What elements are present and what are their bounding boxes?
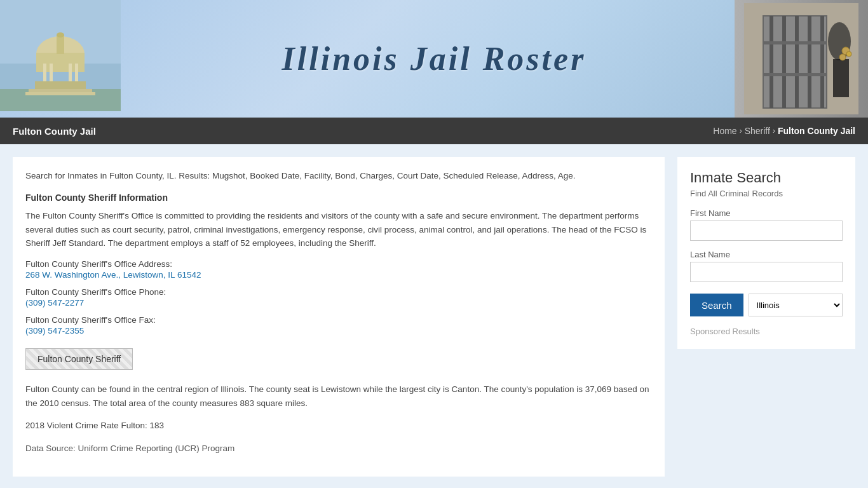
jail-door-svg — [744, 3, 858, 114]
nav-bar: Fulton County Jail Home › Sheriff › Fult… — [0, 118, 868, 144]
breadcrumb-sheriff[interactable]: Sheriff — [745, 126, 770, 136]
search-row: Search IllinoisAlabamaAlaskaArizonaArkan… — [690, 294, 843, 316]
svg-point-28 — [846, 51, 851, 57]
svg-rect-23 — [763, 73, 827, 76]
capitol-svg — [0, 0, 121, 111]
address-label: Fulton County Sheriff's Office Address: — [25, 259, 652, 269]
state-select[interactable]: IllinoisAlabamaAlaskaArizonaArkansasCali… — [749, 294, 843, 316]
capitol-image — [0, 0, 146, 118]
address-block: Fulton County Sheriff's Office Address: … — [25, 259, 652, 280]
breadcrumb-current: Fulton County Jail — [778, 126, 855, 136]
content-left: Search for Inmates in Fulton County, IL.… — [13, 157, 665, 477]
crime-rate: 2018 Violent Crime Rate Fulton: 183 — [25, 419, 652, 433]
search-button[interactable]: Search — [690, 294, 743, 316]
svg-rect-5 — [57, 35, 64, 54]
fax-value: (309) 547-2355 — [25, 326, 652, 336]
fax-label: Fulton County Sheriff's Office Fax: — [25, 315, 652, 325]
last-name-label: Last Name — [690, 250, 843, 259]
svg-rect-8 — [50, 64, 53, 83]
fax-block: Fulton County Sheriff's Office Fax: (309… — [25, 315, 652, 336]
svg-rect-11 — [35, 81, 86, 89]
first-name-label: First Name — [690, 208, 843, 218]
header-banner: Illinois Jail Roster — [0, 0, 868, 118]
breadcrumb-sep-2: › — [773, 126, 775, 135]
svg-rect-10 — [75, 64, 78, 83]
breadcrumb-sep-1: › — [740, 126, 742, 135]
sheriff-button[interactable]: Fulton County Sheriff — [25, 348, 133, 370]
svg-rect-9 — [69, 64, 72, 83]
svg-rect-22 — [763, 41, 827, 44]
site-title: Illinois Jail Roster — [282, 40, 587, 78]
sidebar-subtitle: Find All Criminal Records — [690, 189, 843, 198]
intro-text: Search for Inmates in Fulton County, IL.… — [25, 170, 652, 182]
breadcrumb: Home › Sheriff › Fulton County Jail — [713, 126, 855, 136]
svg-rect-25 — [833, 59, 849, 97]
svg-rect-7 — [43, 64, 46, 83]
last-name-input[interactable] — [690, 262, 843, 282]
phone-label: Fulton County Sheriff's Office Phone: — [25, 287, 652, 297]
address-value: 268 W. Washington Ave., Lewistown, IL 61… — [25, 270, 652, 280]
jail-door-image — [735, 0, 868, 118]
phone-value: (309) 547-2277 — [25, 298, 652, 308]
data-source: Data Source: Uniform Crime Reporting (UC… — [25, 442, 652, 456]
body-text: The Fulton County Sheriff's Office is co… — [25, 209, 652, 250]
section-heading: Fulton County Sheriff Information — [25, 193, 652, 203]
svg-rect-19 — [795, 16, 799, 108]
svg-point-27 — [839, 54, 846, 60]
first-name-input[interactable] — [690, 220, 843, 241]
breadcrumb-home[interactable]: Home — [713, 126, 736, 136]
sidebar: Inmate Search Find All Criminal Records … — [677, 157, 855, 349]
svg-rect-17 — [770, 16, 773, 108]
county-text: Fulton County can be found in the centra… — [25, 383, 652, 410]
svg-rect-13 — [25, 92, 95, 95]
svg-rect-20 — [808, 16, 811, 108]
sponsored-label: Sponsored Results — [690, 327, 843, 336]
phone-block: Fulton County Sheriff's Office Phone: (3… — [25, 287, 652, 308]
svg-rect-18 — [782, 16, 786, 108]
svg-rect-12 — [29, 89, 92, 92]
svg-rect-21 — [820, 16, 824, 108]
svg-point-6 — [57, 32, 64, 37]
page-wrapper: Illinois Jail Roster — [0, 0, 868, 488]
nav-page-title: Fulton County Jail — [13, 126, 96, 137]
main-content: Search for Inmates in Fulton County, IL.… — [0, 144, 868, 488]
sidebar-title: Inmate Search — [690, 170, 843, 186]
